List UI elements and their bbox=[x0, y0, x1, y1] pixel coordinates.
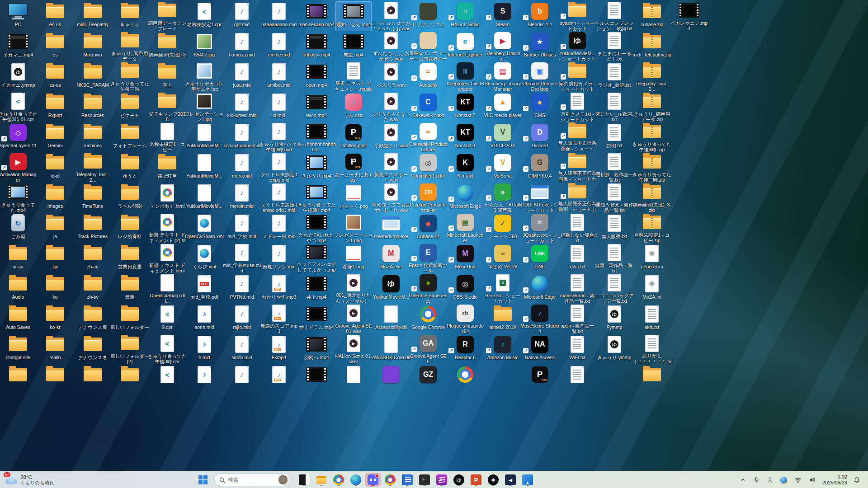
desktop-icon-manisekarin.mp4[interactable]: manisekarin.mp4 bbox=[298, 1, 335, 31]
desktop-icon[interactable] bbox=[112, 365, 148, 394]
taskbar-app-unknown-app[interactable] bbox=[297, 473, 312, 487]
desktop-icon-b.mid[interactable]: ♪b.mid bbox=[186, 334, 222, 364]
desktop-icon-レジ袋有料[interactable]: レジ袋有料 bbox=[112, 213, 148, 243]
desktop-icon-midi_Telepathy[interactable]: midi_Telepathy bbox=[75, 1, 111, 31]
desktop-icon-Keepforest File Manager[interactable]: |||↗Keepforest File Manager bbox=[447, 62, 483, 92]
desktop-icon-chatgpt-site[interactable]: chatgpt-site bbox=[0, 334, 36, 364]
desktop-icon[interactable]: ♪MP3 bbox=[261, 365, 297, 394]
desktop-icon-akis.txt[interactable]: akis.txt bbox=[634, 304, 670, 334]
desktop-icon[interactable] bbox=[37, 365, 73, 394]
desktop-icon-id-id[interactable]: id-id bbox=[37, 153, 73, 183]
desktop-icon-Native Access[interactable]: NA↗Native Access bbox=[522, 334, 558, 364]
desktop-icon-Minecraft Launcher[interactable]: ▦↗Minecraft Launcher bbox=[447, 213, 483, 243]
desktop-icon-新規 テキスト ドキュメント.html[interactable]: 新規 テキスト ドキュメント.html bbox=[149, 244, 185, 273]
desktop-icon-OpenCvSharp.xml[interactable]: OpenCvSharp.xml bbox=[186, 213, 222, 243]
desktop-icon-通知うぜえ.mp4[interactable]: 通知うぜえ.mp4 bbox=[335, 1, 372, 31]
desktop-icon-小銭詰まり.wav[interactable]: ▶小銭詰まり.wav bbox=[373, 122, 409, 152]
wifi-tray-icon[interactable] bbox=[791, 473, 805, 487]
desktop-icon-9.5.xlsx - ショートカット[interactable]: X↗9.5.xlsx - ショートカット bbox=[485, 274, 521, 304]
desktop-icon-ラベル印刷[interactable]: ラベル印刷 bbox=[112, 183, 148, 213]
desktop-icon-GIMP 3.0.4[interactable]: G↗GIMP 3.0.4 bbox=[522, 153, 558, 183]
desktop-icon-孤独なインディーゲーム開発者の一生 ...[interactable]: ↗孤独なインディーゲーム開発者の一生 ... bbox=[410, 32, 446, 61]
desktop-icon-万引きメモ.txt - ショートカット[interactable]: ↗万引きメモ.txt - ショートカット bbox=[559, 92, 595, 122]
desktop-icon-無題 - 親作品一覧.txt[interactable]: 無題 - 親作品一覧.txt bbox=[596, 244, 632, 273]
desktop-icon-Kontakt 8[interactable]: KT↗Kontakt 8 bbox=[447, 122, 483, 152]
desktop-icon-Audacity[interactable]: ≈↗Audacity bbox=[410, 62, 446, 92]
desktop-icon[interactable]: ♪ bbox=[224, 365, 260, 394]
microphone-tray-icon[interactable] bbox=[750, 473, 763, 487]
desktop-icon-malib[interactable]: malib bbox=[37, 334, 73, 364]
desktop-icon-mid_学校muse.mid[interactable]: ♪mid_学校muse.mid bbox=[224, 244, 260, 273]
accessibility-tray-icon[interactable] bbox=[763, 473, 777, 487]
desktop-icon-アナウンス夏[interactable]: アナウンス夏 bbox=[75, 304, 111, 334]
desktop-icon-井上.mp4[interactable]: 井上.mp4 bbox=[298, 274, 335, 304]
desktop-icon-Chrome Remote Desktop[interactable]: ▣↗Chrome Remote Desktop bbox=[522, 62, 558, 92]
taskbar-app-notebook[interactable] bbox=[400, 473, 415, 487]
desktop-icon-mero.mid[interactable]: ♪mero.mid bbox=[224, 153, 260, 183]
desktop-icon-Fkmp4[interactable]: ♪MP3Fkmp4 bbox=[261, 334, 297, 364]
desktop-icon-jusu.mid[interactable]: ♪jusu.mid bbox=[224, 62, 260, 92]
desktop-icon-umibe.mid[interactable]: ♪umibe.mid bbox=[261, 32, 297, 61]
desktop-icon-airset2-2019[interactable]: airset2-2019 bbox=[485, 304, 521, 334]
desktop-icon-タイトル未設定.tempo.mid[interactable]: ♪タイトル未設定.tempo.mid bbox=[261, 153, 297, 183]
desktop-icon-Accessibility.dll[interactable]: Accessibility.dll bbox=[373, 304, 409, 334]
desktop-icon-ポリリリリズム[interactable]: ↗ポリリリリズム bbox=[410, 1, 446, 31]
start-button[interactable] bbox=[195, 473, 211, 487]
hidden-icons-chevron[interactable] bbox=[736, 473, 750, 487]
desktop-icon-JQuake.exe - ショートカット[interactable]: ≈↗JQuake.exe - ショートカット bbox=[522, 213, 558, 243]
desktop-icon-Telepathy_Inst_2...[interactable]: Telepathy_Inst_2... bbox=[75, 153, 111, 183]
desktop-icon-名称未設定1 - コピー.zip[interactable]: 名称未設定1 - コピー.zip bbox=[634, 213, 670, 243]
desktop-icon-Images[interactable]: Images bbox=[37, 183, 73, 213]
desktop-icon-くらび.xml[interactable]: くらび.xml bbox=[186, 244, 222, 273]
desktop-icon-父子キャンプ2018[interactable]: 父子キャンプ2018 bbox=[149, 92, 185, 122]
desktop-icon-Mixdown[interactable]: Mixdown bbox=[75, 32, 111, 61]
desktop-icon-バスドラ.wav[interactable]: ▶バスドラ.wav bbox=[373, 62, 409, 92]
desktop-icon-ありがとう！！！！！！.txt[interactable]: ありがとう！！！！！！.txt bbox=[634, 334, 670, 364]
desktop-icon[interactable] bbox=[298, 365, 335, 394]
taskbar-app-terminal[interactable]: >_ bbox=[417, 473, 432, 487]
desktop-icon-Cubase 14[interactable]: ◆↗Cubase 14 bbox=[410, 213, 446, 243]
desktop-icon-おーばーまにあ.ppsf[interactable]: PNT2おーばーまにあ.ppsf bbox=[335, 153, 372, 183]
desktop-icon-kotusytuaaus.mid[interactable]: ♪kotusytuaaus.mid bbox=[224, 122, 260, 152]
desktop-icon-きゅうり食ってた.mp4[interactable]: きゅうり食ってた.mp4 bbox=[0, 183, 36, 213]
search-box[interactable] bbox=[214, 474, 290, 486]
desktop-icon-きゅうりボカコレ用サムネ.jpg[interactable]: きゅうりボカコレ用サムネ.jpg bbox=[186, 62, 222, 92]
desktop-icon-家の防犯カメラ - ショートカット[interactable]: ↗家の防犯カメラ - ショートカット bbox=[559, 62, 595, 92]
desktop-icon-midi_Telepathy.zip[interactable]: midi_Telepathy.zip bbox=[634, 32, 670, 61]
desktop-icon-きゅうり食ってた午後3時.mid[interactable]: ♪きゅうり食ってた午後3時.mid bbox=[261, 122, 297, 152]
desktop-icon-かるーく.png[interactable]: かるーく.png bbox=[335, 183, 372, 213]
desktop-icon-en-us[interactable]: en-us bbox=[37, 1, 73, 31]
desktop-icon-Discord[interactable]: D↗Discord bbox=[522, 122, 558, 152]
desktop-icon-路上駐車[interactable]: 路上駐車 bbox=[149, 153, 185, 183]
desktop-icon-ko[interactable]: ko bbox=[37, 274, 73, 304]
desktop-icon-YukkuriMovieM...[interactable]: ゆYukkuriMovieM... bbox=[373, 274, 409, 304]
desktop-icon-umibet.mid[interactable]: ♪umibet.mid bbox=[261, 62, 297, 92]
desktop-icon-新しいフォルダー[interactable]: 新しいフォルダー bbox=[112, 304, 148, 334]
desktop-icon-調声用データテンプレート[interactable]: 調声用データテンプレート bbox=[149, 1, 185, 31]
desktop-icon-ラジオ_歌詞.txt[interactable]: ラジオ_歌詞.txt bbox=[596, 62, 632, 92]
desktop-icon-Audio[interactable]: Audio bbox=[0, 274, 36, 304]
desktop-icon-ピクチャ[interactable]: ピクチャ bbox=[112, 92, 148, 122]
desktop-icon-Kontakt[interactable]: K↗Kontakt bbox=[447, 153, 483, 183]
desktop-icon-runtimes[interactable]: runtimes bbox=[75, 122, 111, 152]
desktop-icon-createdump.exe[interactable]: createdump.exe bbox=[373, 213, 409, 243]
taskbar-app-chrome-profile[interactable] bbox=[382, 473, 398, 487]
desktop-icon-新規エクスポート.wav[interactable]: ▶新規エクスポート.wav bbox=[373, 153, 409, 183]
desktop-icon-Epson 接続診断ツール[interactable]: E↗Epson 接続診断ツール bbox=[410, 244, 446, 273]
desktop-icon-Blender 4.4[interactable]: b↗Blender 4.4 bbox=[522, 1, 558, 31]
desktop-icon[interactable]: < bbox=[149, 365, 185, 394]
desktop-icon-ksks.txt[interactable]: ksks.txt bbox=[559, 244, 595, 273]
desktop-icon-新しいフォルダー (2)[interactable]: 新しいフォルダー (2) bbox=[112, 334, 148, 364]
desktop-icon-MuseScore Studio 4[interactable]: ♪↗MuseScore Studio 4 bbox=[522, 304, 558, 334]
desktop-icon-LINE[interactable]: LINE↗LINE bbox=[522, 244, 558, 273]
search-input[interactable] bbox=[228, 477, 276, 483]
desktop-icon-OBS Studio[interactable]: ◎↗OBS Studio bbox=[447, 274, 483, 304]
desktop-icon-cubase.zip[interactable]: cubase.zip bbox=[634, 1, 670, 31]
desktop-icon-フォトフレーム[interactable]: フォトフレーム bbox=[112, 122, 148, 152]
taskbar-app-stack-app[interactable] bbox=[434, 473, 449, 487]
desktop-icon-きゅうり.ymmp[interactable]: ゆきゅうり.ymmp bbox=[596, 334, 632, 364]
desktop-icon-NKSC_PARAM[interactable]: NKSC_PARAM bbox=[75, 62, 111, 92]
desktop-icon-画像1.png[interactable]: 画像1.png bbox=[335, 244, 372, 273]
desktop-icon-mid_学校.pdf[interactable]: PDFmid_学校.pdf bbox=[186, 274, 222, 304]
desktop-icon-xl.mid[interactable]: ♪xl.mid bbox=[261, 92, 297, 122]
